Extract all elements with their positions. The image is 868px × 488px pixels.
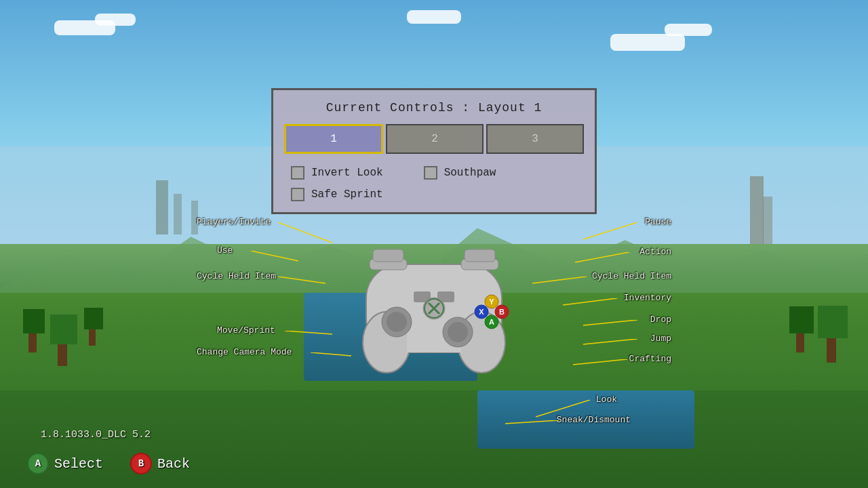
- label-cycle-right: Cycle Held Item: [592, 270, 671, 282]
- change-camera-mode-text: Change Camera Mode: [197, 347, 292, 357]
- inventory-text: Inventory: [624, 293, 671, 303]
- svg-text:X: X: [479, 308, 484, 316]
- invert-look-checkbox[interactable]: [291, 166, 304, 180]
- b-button-icon[interactable]: B: [130, 453, 152, 474]
- cycle-held-item-right-text: Cycle Held Item: [592, 271, 671, 281]
- tree-right-2: [815, 306, 848, 363]
- svg-line-37: [573, 359, 627, 365]
- label-use: Use: [217, 244, 233, 256]
- svg-rect-7: [465, 249, 495, 262]
- cloud-4: [665, 24, 712, 36]
- svg-line-36: [583, 339, 637, 344]
- label-action: Action: [639, 245, 671, 258]
- tab-layout-1[interactable]: 1: [284, 124, 383, 154]
- pause-text: Pause: [645, 217, 671, 227]
- cloud-5: [407, 10, 461, 24]
- line-action: [575, 252, 629, 266]
- svg-line-32: [575, 252, 629, 262]
- svg-point-11: [448, 322, 468, 342]
- safe-sprint-checkbox[interactable]: [291, 188, 304, 201]
- tab-layout-3[interactable]: 3: [486, 124, 584, 154]
- crafting-text: Crafting: [629, 354, 671, 364]
- safe-sprint-label: Safe Sprint: [311, 188, 383, 201]
- controller-section: Y X B A Players/Invite Use Cycle Held It…: [197, 210, 671, 454]
- southpaw-option[interactable]: Southpaw: [424, 166, 496, 180]
- southpaw-label: Southpaw: [444, 167, 496, 179]
- label-cycle-left: Cycle Held Item: [197, 270, 276, 282]
- svg-line-34: [563, 298, 617, 305]
- line-inventory: [563, 298, 617, 312]
- label-crafting: Crafting: [629, 352, 671, 365]
- tree-left-3: [81, 308, 103, 346]
- line-jump: [583, 339, 637, 352]
- southpaw-checkbox[interactable]: [424, 166, 437, 180]
- svg-point-9: [387, 312, 407, 332]
- line-sneak-dismount: [505, 420, 559, 434]
- distant-tower-right: [750, 176, 764, 244]
- checkbox-row-2: Safe Sprint: [291, 188, 584, 201]
- line-pause: [583, 222, 637, 243]
- tab-layout-2[interactable]: 2: [386, 124, 484, 154]
- svg-text:B: B: [499, 308, 505, 316]
- dialog-title: Current Controls : Layout 1: [284, 101, 584, 115]
- cloud-2: [95, 14, 136, 26]
- svg-line-35: [583, 320, 637, 325]
- controls-dialog: Current Controls : Layout 1 1 2 3 Invert…: [271, 88, 597, 214]
- line-move-sprint: [285, 331, 339, 344]
- select-button-group[interactable]: A Select: [27, 453, 103, 474]
- use-text: Use: [217, 245, 233, 256]
- label-move-sprint: Move/Sprint: [217, 324, 275, 336]
- label-look: Look: [596, 393, 617, 405]
- back-label: Back: [157, 456, 190, 472]
- label-camera-mode: Change Camera Mode: [197, 346, 292, 358]
- svg-line-39: [505, 420, 559, 424]
- line-cycle-left: [278, 277, 332, 290]
- distant-tower-1: [156, 180, 168, 235]
- line-crafting: [573, 359, 627, 373]
- label-players-invite: Players/Invite: [197, 216, 271, 228]
- tree-left-1: [20, 309, 45, 352]
- svg-line-28: [278, 277, 326, 283]
- tree-right-1: [787, 306, 814, 352]
- svg-line-29: [285, 331, 332, 334]
- players-invite-text: Players/Invite: [197, 217, 271, 227]
- svg-line-33: [532, 277, 587, 283]
- svg-rect-6: [373, 249, 403, 262]
- svg-text:A: A: [489, 318, 494, 326]
- bottom-bar: A Select B Back: [27, 453, 190, 474]
- move-sprint-text: Move/Sprint: [217, 325, 275, 336]
- options-checkboxes: Invert Look Southpaw Safe Sprint: [284, 166, 584, 201]
- invert-look-option[interactable]: Invert Look: [291, 166, 383, 180]
- line-use: [251, 251, 305, 264]
- svg-line-31: [583, 222, 637, 239]
- cycle-held-item-left-text: Cycle Held Item: [197, 271, 276, 281]
- look-text: Look: [596, 394, 617, 405]
- back-button-group[interactable]: B Back: [130, 453, 190, 474]
- drop-text: Drop: [650, 314, 671, 325]
- svg-text:Y: Y: [489, 298, 494, 306]
- cloud-3: [610, 34, 685, 51]
- line-cycle-right: [532, 277, 587, 290]
- layout-tabs: 1 2 3: [284, 124, 584, 154]
- a-button-icon[interactable]: A: [27, 453, 49, 474]
- line-drop: [583, 320, 637, 333]
- distant-tower-right-2: [763, 197, 772, 244]
- invert-look-label: Invert Look: [311, 167, 383, 179]
- svg-line-26: [278, 222, 332, 243]
- label-jump: Jump: [650, 332, 671, 344]
- checkbox-row-1: Invert Look Southpaw: [291, 166, 584, 180]
- label-pause: Pause: [645, 216, 671, 228]
- label-inventory: Inventory: [624, 291, 671, 304]
- tree-left-2: [47, 314, 77, 366]
- version-text: 1.8.1033.0_DLC 5.2: [41, 429, 151, 441]
- select-label: Select: [54, 456, 103, 472]
- label-drop: Drop: [650, 313, 671, 325]
- svg-line-30: [311, 352, 351, 356]
- line-camera-mode: [311, 352, 365, 366]
- svg-line-27: [251, 251, 298, 261]
- action-text: Action: [639, 247, 671, 257]
- jump-text: Jump: [650, 333, 671, 344]
- label-sneak-dismount: Sneak/Dismount: [557, 413, 631, 426]
- safe-sprint-option[interactable]: Safe Sprint: [291, 188, 383, 201]
- distant-tower-2: [174, 194, 182, 235]
